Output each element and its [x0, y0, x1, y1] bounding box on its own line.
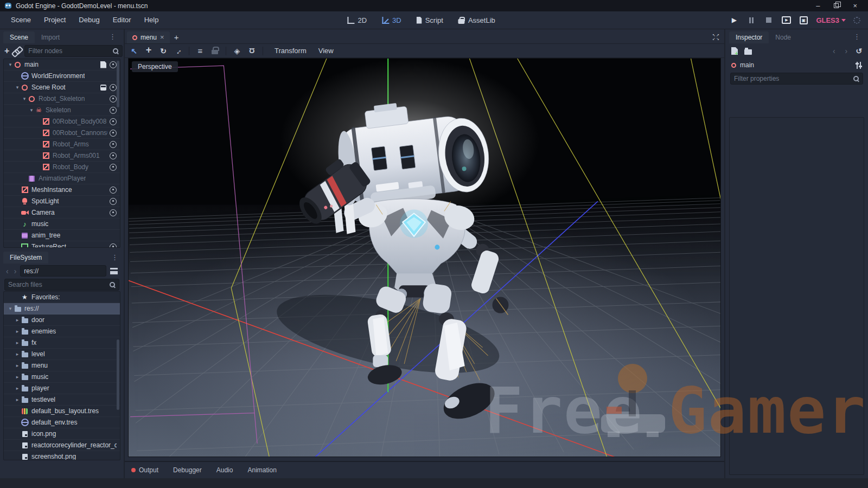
- tree-arrow-icon[interactable]: [14, 340, 21, 345]
- visibility-eye-icon[interactable]: [110, 209, 117, 216]
- node-badge-icon[interactable]: [100, 61, 106, 68]
- playbar-button[interactable]: [781, 15, 791, 25]
- tree-arrow-icon[interactable]: [14, 374, 21, 380]
- visibility-eye-icon[interactable]: [110, 141, 117, 148]
- scene-node-row[interactable]: 00Robot_Cannons00: [4, 127, 120, 139]
- tree-arrow-icon[interactable]: [7, 306, 14, 311]
- filesystem-tab[interactable]: FileSystem: [3, 252, 48, 264]
- file-row[interactable]: res://: [4, 303, 120, 314]
- bottom-panel-tab[interactable]: Output: [131, 466, 158, 474]
- scene-node-row[interactable]: 00Robot_Body008: [4, 116, 120, 127]
- file-row[interactable]: testlevel: [4, 394, 120, 406]
- bottom-panel-tab[interactable]: Audio: [216, 466, 233, 474]
- scene-node-row[interactable]: MeshInstance: [4, 184, 120, 196]
- load-resource-icon[interactable]: [744, 49, 752, 55]
- tree-arrow-icon[interactable]: [28, 107, 35, 113]
- scene-node-row[interactable]: music: [4, 219, 120, 230]
- viewport-tool-icon[interactable]: [232, 46, 242, 56]
- scene-node-row[interactable]: Robot_Arms: [4, 139, 120, 150]
- dots-menu-icon[interactable]: [111, 253, 120, 264]
- tree-arrow-icon[interactable]: [14, 397, 21, 402]
- viewport-tool-icon[interactable]: [189, 47, 189, 55]
- tree-arrow-icon[interactable]: [14, 317, 21, 323]
- file-row[interactable]: fx: [4, 337, 120, 349]
- perspective-button[interactable]: Perspective: [132, 61, 178, 72]
- tree-arrow-icon[interactable]: [14, 351, 21, 357]
- add-node-icon[interactable]: [4, 46, 9, 56]
- viewport-3d[interactable]: Perspective: [128, 58, 721, 457]
- scene-node-row[interactable]: Skeleton: [4, 105, 120, 116]
- back-icon[interactable]: ‹: [4, 267, 10, 275]
- scene-node-row[interactable]: Robot_Body: [4, 162, 120, 173]
- file-row[interactable]: menu: [4, 360, 120, 371]
- node-badge-icon[interactable]: [100, 85, 106, 91]
- scene-node-row[interactable]: main: [4, 59, 120, 70]
- inspector-tab[interactable]: Inspector: [729, 31, 769, 43]
- forward-icon[interactable]: ›: [844, 47, 850, 55]
- viewport-tool-icon[interactable]: [210, 46, 220, 56]
- file-row[interactable]: reactorcorecylinder_reactor_ci: [4, 440, 120, 451]
- scene-node-row[interactable]: WorldEnvironment: [4, 70, 120, 82]
- scene-tab-menu[interactable]: menu: [127, 31, 170, 43]
- file-row[interactable]: default_bus_layout.tres: [4, 406, 120, 417]
- visibility-eye-icon[interactable]: [110, 198, 117, 205]
- viewport-tool-icon[interactable]: [144, 46, 154, 56]
- menubar-item[interactable]: Help: [138, 11, 165, 29]
- forward-icon[interactable]: ›: [12, 267, 18, 275]
- scene-node-row[interactable]: AnimationPlayer: [4, 173, 120, 184]
- viewport-menu[interactable]: Transform: [271, 47, 310, 55]
- scene-node-row[interactable]: TextureRect: [4, 241, 120, 248]
- scene-node-row[interactable]: anim_tree: [4, 230, 120, 241]
- tree-arrow-icon[interactable]: [7, 62, 14, 67]
- new-tab-icon[interactable]: +: [170, 33, 183, 43]
- minimize-icon[interactable]: –: [816, 2, 820, 9]
- filter-properties-input[interactable]: [734, 75, 853, 82]
- bottom-panel-tab[interactable]: Debugger: [173, 466, 202, 474]
- file-row[interactable]: screenshot.png: [4, 451, 120, 460]
- viewport-tool-icon[interactable]: [195, 46, 205, 56]
- visibility-eye-icon[interactable]: [110, 243, 117, 248]
- visibility-eye-icon[interactable]: [110, 130, 117, 137]
- menubar-item[interactable]: Debug: [72, 11, 106, 29]
- restore-icon[interactable]: [834, 3, 839, 8]
- search-files-input[interactable]: [8, 281, 109, 288]
- visibility-eye-icon[interactable]: [110, 118, 117, 125]
- file-row[interactable]: default_env.tres: [4, 417, 120, 428]
- menubar-item[interactable]: Editor: [106, 11, 138, 29]
- tree-arrow-icon[interactable]: [21, 96, 28, 101]
- file-row[interactable]: player: [4, 383, 120, 394]
- workspace-tab[interactable]: 3D: [376, 15, 407, 26]
- file-row[interactable]: Favorites:: [4, 292, 120, 303]
- dots-menu-icon[interactable]: [853, 33, 863, 43]
- scene-node-row[interactable]: SpotLight: [4, 196, 120, 207]
- file-row[interactable]: level: [4, 349, 120, 360]
- playbar-button[interactable]: [764, 15, 774, 25]
- tree-arrow-icon[interactable]: [14, 363, 21, 368]
- filesystem-scrollbar[interactable]: [117, 339, 119, 410]
- close-tab-icon[interactable]: [160, 34, 164, 41]
- menubar-item[interactable]: Project: [37, 11, 72, 29]
- visibility-eye-icon[interactable]: [110, 107, 117, 114]
- tools-sliders-icon[interactable]: [855, 62, 862, 69]
- viewport-tool-icon[interactable]: [247, 46, 257, 56]
- bottom-panel-tab[interactable]: Animation: [247, 466, 276, 474]
- scene-panel-tab[interactable]: Import: [35, 31, 66, 43]
- file-row[interactable]: icon.png: [4, 428, 120, 440]
- viewport-tool-icon[interactable]: [226, 47, 226, 55]
- playbar-button[interactable]: [799, 15, 808, 25]
- workspace-tab[interactable]: AssetLib: [453, 15, 501, 26]
- scene-node-row[interactable]: Scene Root: [4, 82, 120, 93]
- viewport-menu[interactable]: View: [315, 47, 337, 55]
- new-resource-icon[interactable]: [731, 47, 738, 55]
- workspace-tab[interactable]: Script: [411, 15, 449, 26]
- close-icon[interactable]: ×: [853, 2, 857, 9]
- scene-node-row[interactable]: Robot_Arms001: [4, 150, 120, 162]
- visibility-eye-icon[interactable]: [110, 152, 117, 159]
- playbar-button[interactable]: [729, 15, 739, 25]
- visibility-eye-icon[interactable]: [110, 187, 117, 194]
- expand-icon[interactable]: ↖↗↙↘: [712, 33, 720, 41]
- scene-node-row[interactable]: Robot_Skeleton: [4, 93, 120, 105]
- tree-arrow-icon[interactable]: [14, 85, 21, 90]
- viewport-tool-icon[interactable]: [158, 46, 168, 56]
- history-icon[interactable]: [856, 47, 862, 55]
